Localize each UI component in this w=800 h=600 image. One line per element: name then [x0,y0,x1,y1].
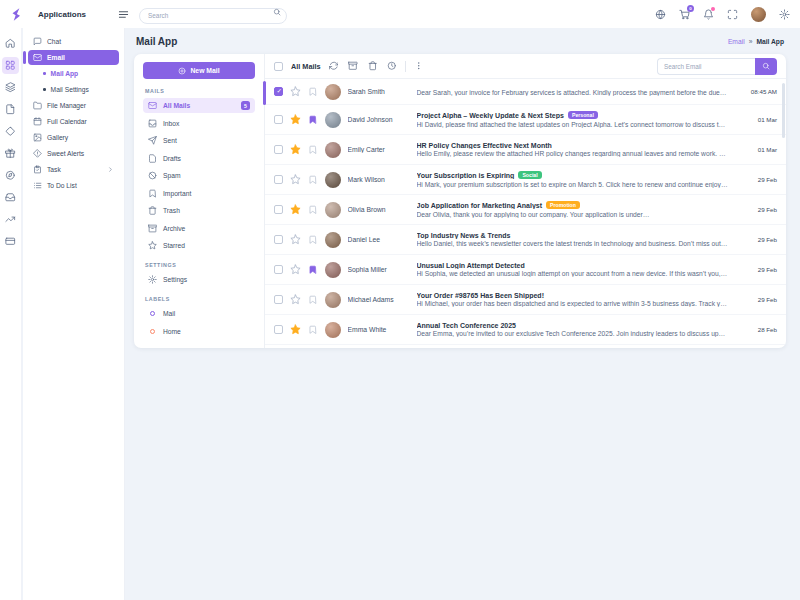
email-row[interactable]: Daniel LeeTop Industry News & TrendsHell… [265,225,786,255]
mail-folder-drafts[interactable]: Drafts [143,151,255,166]
star-icon[interactable] [290,114,301,125]
mail-folder-starred[interactable]: Starred [143,238,255,253]
email-checkbox[interactable] [274,265,283,274]
rail-item-file[interactable] [2,101,19,118]
mail-folder-mail[interactable]: Mail [143,306,255,321]
email-row[interactable]: Olivia BrownJob Application for Marketin… [265,195,786,225]
mail-folder-important[interactable]: Important [143,186,255,201]
trash-icon[interactable] [368,61,378,71]
sender-name: David Johnson [348,116,410,123]
mail-folder-home[interactable]: Home [143,324,255,339]
star-icon[interactable] [290,264,301,275]
bullet-icon [43,72,46,75]
email-label-badge: Social [518,171,541,179]
bookmark-icon[interactable] [308,205,318,215]
email-row[interactable]: Michael AdamsYour Order #98765 Has Been … [265,285,786,315]
user-avatar[interactable] [751,7,766,22]
sidebar-item-mail-app[interactable]: Mail App [28,66,119,81]
dots-vertical-icon[interactable] [414,61,424,71]
maximize-icon[interactable] [727,9,738,20]
star-icon[interactable] [290,324,301,335]
cart-icon[interactable]: 0 [679,9,690,20]
email-checkbox[interactable] [274,235,283,244]
email-row[interactable]: Emily CarterHR Policy Changes Effective … [265,135,786,165]
email-checkbox[interactable] [274,175,283,184]
bookmark-icon[interactable] [308,115,318,125]
mail-folder-settings[interactable]: Settings [143,272,255,287]
star-icon[interactable] [290,174,301,185]
globe-icon[interactable] [655,9,666,20]
star-icon[interactable] [290,294,301,305]
email-content: Dear Sarah, your invoice for February se… [417,87,729,96]
card-icon [5,236,16,247]
rail-item-inbox-tray[interactable] [2,189,19,206]
bullet-icon [43,88,46,91]
star-icon[interactable] [290,86,301,97]
refresh-icon[interactable] [329,61,339,71]
mail-folder-trash[interactable]: Trash [143,203,255,218]
select-all-checkbox[interactable] [274,62,283,71]
email-checkbox[interactable] [274,325,283,334]
breadcrumb-email[interactable]: Email [728,38,745,45]
sidebar-item-task[interactable]: Task [28,162,119,177]
rail-item-card[interactable] [2,233,19,250]
bookmark-icon[interactable] [308,175,318,185]
new-mail-button[interactable]: New Mail [143,62,255,79]
star-icon[interactable] [290,234,301,245]
email-checkbox[interactable] [274,205,283,214]
mail-folder-sent[interactable]: Sent [143,133,255,148]
sidebar-item-sweet-alerts[interactable]: Sweet Alerts [28,146,119,161]
rail-item-shape[interactable] [2,123,19,140]
bookmark-icon[interactable] [308,265,318,275]
sidebar-item-to-do-list[interactable]: To Do List [28,178,119,193]
bookmark-icon[interactable] [308,87,318,97]
mail-folder-spam[interactable]: Spam [143,168,255,183]
sidebar-item-gallery[interactable]: Gallery [28,130,119,145]
bookmark-icon[interactable] [308,235,318,245]
gear-icon[interactable] [779,9,790,20]
sidebar-item-full-calendar[interactable]: Full Calendar [28,114,119,129]
sidebar-item-file-manager[interactable]: File Manager [28,98,119,113]
email-row[interactable]: Sophia MillerUnusual Login Attempt Detec… [265,255,786,285]
email-row[interactable]: Mark WilsonYour Subscription is Expiring… [265,165,786,195]
bookmark-icon[interactable] [308,145,318,155]
mail-folder-all-mails[interactable]: All Mails5 [143,98,255,113]
rail-item-gift[interactable] [2,145,19,162]
email-row[interactable]: David JohnsonProject Alpha – Weekly Upda… [265,105,786,135]
sidebar-item-chat[interactable]: Chat [28,34,119,49]
global-search-input[interactable] [139,8,287,24]
bookmark-icon[interactable] [308,325,318,335]
sidebar-item-mail-settings[interactable]: Mail Settings [28,82,119,97]
mail-search-button[interactable] [755,58,777,75]
email-content: Your Subscription is ExpiringSocialHi Ma… [417,171,729,188]
sidebar-item-email[interactable]: Email [28,50,119,65]
mail-search-input[interactable] [657,58,755,75]
rail-item-home[interactable] [2,35,19,52]
archive-icon[interactable] [348,61,358,71]
star-icon[interactable] [290,144,301,155]
email-preview: Dear Olivia, thank you for applying to o… [417,211,729,218]
cart-badge: 0 [687,5,694,12]
star-icon[interactable] [290,204,301,215]
avatar [325,202,341,218]
bookmark-icon[interactable] [308,295,318,305]
list-scrollbar[interactable] [782,83,785,138]
email-row[interactable]: Sarah SmithDear Sarah, your invoice for … [265,79,786,105]
folder-scrollbar[interactable] [263,81,266,105]
rail-item-apps[interactable] [2,57,19,74]
menu-icon[interactable] [118,9,129,20]
email-checkbox[interactable] [274,145,283,154]
rail-item-compass[interactable] [2,167,19,184]
sender-name: Daniel Lee [348,236,410,243]
mail-folder-inbox[interactable]: Inbox [143,116,255,131]
mail-folder-archive[interactable]: Archive [143,221,255,236]
email-checkbox[interactable] [274,87,283,96]
clock-icon[interactable] [387,61,397,71]
rail-item-chart[interactable] [2,211,19,228]
email-row[interactable]: Emma WhiteAnnual Tech Conference 2025Dea… [265,315,786,345]
rail-item-layers[interactable] [2,79,19,96]
email-checkbox[interactable] [274,115,283,124]
bell-icon[interactable] [703,9,714,20]
email-checkbox[interactable] [274,295,283,304]
app-logo-icon[interactable] [10,7,25,22]
